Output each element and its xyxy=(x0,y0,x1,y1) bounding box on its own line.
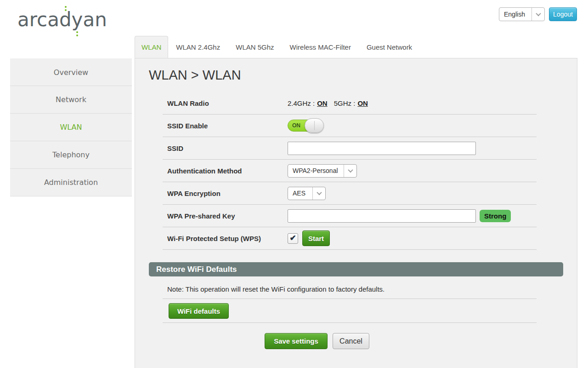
wlan-radio-value: 2.4GHz : ON 5GHz : ON xyxy=(288,99,537,107)
save-settings-button[interactable]: Save settings xyxy=(265,333,328,349)
wpa-key-label: WPA Pre-shared Key xyxy=(163,212,288,220)
sidebar-item-network[interactable]: Network xyxy=(10,86,132,114)
wps-row: Wi-Fi Protected Setup (WPS) ✔ Start xyxy=(163,227,537,250)
wlan-radio-band2-label: 5GHz : xyxy=(334,99,356,107)
auth-method-select[interactable]: WPA2-Personal xyxy=(288,164,357,178)
chevron-down-icon[interactable] xyxy=(312,187,325,200)
logo-dots-bottom-icon xyxy=(76,31,78,37)
ssid-enable-row: SSID Enable ON xyxy=(163,115,537,137)
ssid-enable-toggle[interactable]: ON xyxy=(288,120,314,132)
wpa-key-row: WPA Pre-shared Key Strong xyxy=(163,205,537,227)
tab-wlan[interactable]: WLAN xyxy=(135,36,168,58)
content-panel: WLAN > WLAN WLAN Radio 2.4GHz : ON 5GHz … xyxy=(135,58,577,368)
wlan-radio-row: WLAN Radio 2.4GHz : ON 5GHz : ON xyxy=(163,92,537,115)
wlan-radio-band1-toggle-link[interactable]: ON xyxy=(317,99,328,107)
auth-method-select-value: WPA2-Personal xyxy=(288,167,344,174)
toggle-knob[interactable] xyxy=(305,118,324,133)
router-admin-page: arcadyan English Logout WLAN WLAN 2.4Ghz… xyxy=(0,0,588,368)
wps-label: Wi-Fi Protected Setup (WPS) xyxy=(163,235,288,242)
wifi-defaults-button[interactable]: WiFi defaults xyxy=(169,303,229,319)
tab-wlan-5ghz[interactable]: WLAN 5Ghz xyxy=(228,36,282,58)
wlan-radio-label: WLAN Radio xyxy=(163,99,288,107)
restore-note: Note: This operation will reset the WiFi… xyxy=(167,285,577,293)
wpa-key-input[interactable] xyxy=(288,209,476,223)
check-icon: ✔ xyxy=(289,234,296,242)
logout-button[interactable]: Logout xyxy=(549,7,577,21)
logo-dots-top-icon xyxy=(65,6,67,12)
tab-wlan-24ghz[interactable]: WLAN 2.4Ghz xyxy=(168,36,228,58)
sidebar-item-wlan[interactable]: WLAN xyxy=(10,114,132,141)
cancel-button[interactable]: Cancel xyxy=(333,333,369,349)
sidebar: Overview Network WLAN Telephony Administ… xyxy=(10,58,132,196)
password-strength-badge: Strong xyxy=(480,210,511,222)
wpa-encryption-select[interactable]: AES xyxy=(288,187,326,200)
sidebar-item-administration[interactable]: Administration xyxy=(10,169,132,196)
ssid-row: SSID xyxy=(163,137,537,160)
auth-method-row: Authentication Method WPA2-Personal xyxy=(163,160,537,182)
header-controls: English Logout xyxy=(499,7,577,21)
ssid-enable-label: SSID Enable xyxy=(163,122,288,130)
ssid-input[interactable] xyxy=(288,142,476,155)
sidebar-item-telephony[interactable]: Telephony xyxy=(10,141,132,169)
wps-start-button[interactable]: Start xyxy=(302,230,330,246)
toggle-on-label: ON xyxy=(292,122,300,129)
sidebar-item-overview[interactable]: Overview xyxy=(10,58,132,86)
tab-guest-network[interactable]: Guest Network xyxy=(359,36,420,58)
page-title: WLAN > WLAN xyxy=(149,68,577,83)
tab-bar: WLAN WLAN 2.4Ghz WLAN 5Ghz Wireless MAC-… xyxy=(135,36,420,58)
brand-logo: arcadyan xyxy=(17,5,119,41)
ssid-label: SSID xyxy=(163,144,288,152)
brand-logo-text: arcadyan xyxy=(17,8,119,31)
wlan-settings-form: WLAN Radio 2.4GHz : ON 5GHz : ON SSID En… xyxy=(163,92,537,250)
wlan-radio-band2-toggle-link[interactable]: ON xyxy=(357,99,368,107)
wpa-encryption-select-value: AES xyxy=(288,190,312,197)
language-select[interactable]: English xyxy=(499,7,545,21)
separator xyxy=(163,299,537,299)
wlan-radio-band1-label: 2.4GHz : xyxy=(288,99,315,107)
form-actions: Save settings Cancel xyxy=(265,333,577,349)
wps-checkbox[interactable]: ✔ xyxy=(288,233,298,244)
wpa-encryption-row: WPA Encryption AES xyxy=(163,182,537,205)
wpa-encryption-label: WPA Encryption xyxy=(163,190,288,197)
chevron-down-icon[interactable] xyxy=(344,165,356,177)
auth-method-label: Authentication Method xyxy=(163,167,288,175)
separator xyxy=(163,322,537,323)
language-select-value: English xyxy=(499,11,531,18)
chevron-down-icon[interactable] xyxy=(531,8,544,21)
restore-wifi-defaults-header: Restore WiFi Defaults xyxy=(149,262,563,276)
tab-wireless-mac-filter[interactable]: Wireless MAC-Filter xyxy=(282,36,359,58)
